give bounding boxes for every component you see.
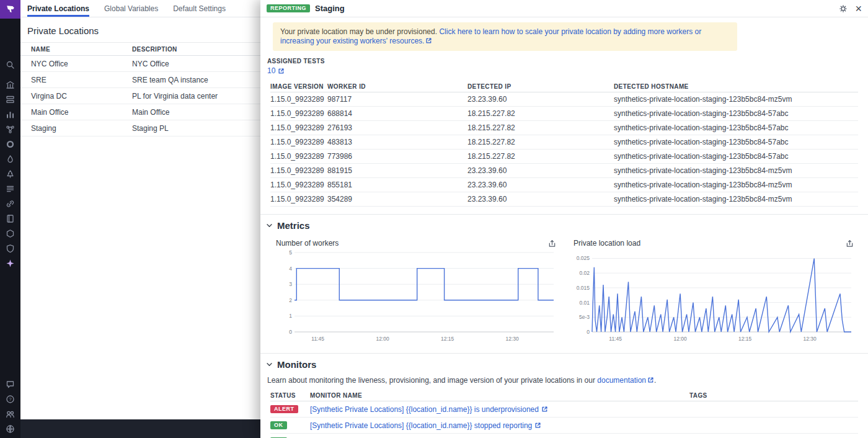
- assigned-tests-count: 10: [267, 66, 275, 75]
- monitor-status-badge: ALERT: [270, 405, 298, 414]
- detected-ip-cell: 18.215.227.82: [467, 109, 614, 118]
- synthetics-icon[interactable]: [0, 256, 20, 270]
- detected-hostname-cell: synthetics-private-location-staging-123b…: [614, 123, 858, 132]
- svg-text:5: 5: [289, 249, 292, 256]
- monitor-row: ALERT[Synthetic Private Locations] {{loc…: [270, 401, 858, 418]
- monitors-title: Monitors: [277, 359, 316, 370]
- monitor-name: [Synthetic Private Locations] {{location…: [310, 405, 539, 414]
- svg-text:?: ?: [9, 396, 12, 402]
- security-icon[interactable]: [0, 226, 20, 241]
- datadog-logo-icon[interactable]: [0, 0, 20, 19]
- svg-text:4: 4: [289, 266, 292, 272]
- location-row[interactable]: SRESRE team QA instance: [20, 72, 260, 88]
- external-link-icon: [278, 68, 285, 74]
- region-icon[interactable]: [0, 421, 20, 436]
- description-cell: Staging PL: [132, 124, 169, 133]
- workers-chart: Number of workers 01234511:4512:0012:151…: [276, 239, 556, 346]
- close-icon[interactable]: ×: [855, 3, 862, 14]
- monitors-description-period: .: [654, 376, 656, 385]
- monitor-name: [Synthetic Private Locations] {{location…: [310, 421, 532, 430]
- load-chart-plot[interactable]: 05e-30.010.0150.020.02511:4512:0012:1512…: [574, 249, 854, 346]
- location-row[interactable]: StagingStaging PL: [20, 120, 260, 136]
- infrastructure-icon[interactable]: [0, 77, 20, 92]
- svg-text:1: 1: [289, 313, 292, 319]
- documentation-link[interactable]: documentation: [597, 376, 646, 385]
- host-list-icon[interactable]: [0, 92, 20, 107]
- underprovisioned-warning-banner: Your private location may be under provi…: [273, 22, 737, 51]
- export-icon[interactable]: [846, 239, 854, 248]
- metrics-icon[interactable]: [0, 107, 20, 122]
- monitor-row: OK[Synthetic Private Locations] {{locati…: [270, 418, 858, 434]
- image-version-cell: 1.15.0_9923289: [270, 195, 327, 203]
- integrations-icon[interactable]: [0, 196, 20, 211]
- monitors-section-toggle[interactable]: Monitors: [260, 354, 868, 370]
- name-cell: Staging: [20, 124, 132, 133]
- monitor-status-badge: OK: [270, 421, 287, 430]
- detected-ip-cell: 23.23.39.60: [467, 95, 614, 104]
- users-icon[interactable]: [0, 406, 20, 421]
- svg-text:12:15: 12:15: [738, 336, 752, 342]
- worker-row: 1.15.0_992328948381318.215.227.82synthet…: [270, 135, 858, 150]
- external-link-icon[interactable]: [425, 37, 432, 44]
- worker-id-cell: 276193: [327, 123, 467, 132]
- monitor-link[interactable]: [Synthetic Private Locations] {{location…: [310, 421, 541, 430]
- location-row[interactable]: Virgina DCPL for Virginia data center: [20, 88, 260, 104]
- tab-private-locations[interactable]: Private Locations: [27, 0, 89, 17]
- svg-text:11:45: 11:45: [311, 336, 324, 342]
- image-version-cell: 1.15.0_9923289: [270, 138, 327, 146]
- chat-icon[interactable]: [0, 377, 20, 391]
- search-icon[interactable]: [0, 57, 20, 72]
- app-sidebar: ?: [0, 0, 20, 438]
- help-icon[interactable]: ?: [0, 391, 20, 406]
- svg-text:12:00: 12:00: [673, 336, 687, 342]
- compliance-icon[interactable]: [0, 241, 20, 256]
- tab-global-variables[interactable]: Global Variables: [104, 0, 158, 17]
- footer-bar: [20, 419, 260, 438]
- profiling-icon[interactable]: [0, 151, 20, 166]
- worker-id-cell: 987117: [327, 95, 467, 104]
- logs-icon[interactable]: [0, 181, 20, 196]
- location-row[interactable]: Main OfficeMain Office: [20, 104, 260, 120]
- chart-title: Private location load: [574, 239, 640, 248]
- detected-hostname-cell: synthetics-private-location-staging-123b…: [614, 195, 858, 203]
- svg-text:0.025: 0.025: [577, 255, 590, 261]
- svg-text:11:45: 11:45: [609, 336, 622, 342]
- workers-chart-plot[interactable]: 01234511:4512:0012:1512:30: [276, 249, 556, 346]
- column-header-monitor-name: MONITOR NAME: [310, 392, 689, 399]
- worker-id-cell: 688814: [327, 109, 467, 118]
- detected-hostname-cell: synthetics-private-location-staging-123b…: [614, 95, 858, 104]
- detected-ip-cell: 18.215.227.82: [467, 138, 614, 146]
- metrics-section-toggle[interactable]: Metrics: [260, 215, 868, 231]
- svg-text:3: 3: [289, 281, 292, 287]
- external-link-icon[interactable]: [647, 377, 654, 383]
- name-cell: SRE: [20, 76, 132, 84]
- column-header-description: DESCRIPTION: [132, 46, 177, 53]
- worker-row: 1.15.0_992328977398618.215.227.82synthet…: [270, 150, 858, 164]
- export-icon[interactable]: [548, 239, 556, 248]
- monitor-row: OK[Synthetic Private Locations] {{locati…: [270, 434, 858, 438]
- svg-text:12:30: 12:30: [803, 336, 817, 342]
- image-version-cell: 1.15.0_9923289: [270, 166, 327, 175]
- svg-text:0: 0: [289, 329, 292, 335]
- locations-table-header: NAME DESCRIPTION: [20, 42, 260, 56]
- notebooks-icon[interactable]: [0, 211, 20, 226]
- network-map-icon[interactable]: [0, 122, 20, 136]
- monitor-link[interactable]: [Synthetic Private Locations] {{location…: [310, 405, 548, 414]
- location-row[interactable]: NYC OfficeNYC Office: [20, 56, 260, 72]
- worker-id-cell: 773986: [327, 152, 467, 161]
- apm-icon[interactable]: [0, 136, 20, 151]
- monitors-table-header: STATUS MONITOR NAME TAGS: [270, 390, 858, 401]
- column-header-worker-id: WORKER ID: [327, 83, 467, 90]
- worker-id-cell: 483813: [327, 138, 467, 146]
- svg-text:0.015: 0.015: [577, 285, 590, 291]
- monitors-description-text: Learn about monitoring the liveness, pro…: [267, 376, 597, 385]
- tab-default-settings[interactable]: Default Settings: [173, 0, 226, 17]
- gear-icon[interactable]: [839, 4, 848, 13]
- image-version-cell: 1.15.0_9923289: [270, 123, 327, 132]
- column-header-image-version: IMAGE VERSION: [270, 83, 327, 90]
- worker-id-cell: 354289: [327, 195, 467, 203]
- worker-row: 1.15.0_992328998711723.23.39.60synthetic…: [270, 92, 858, 107]
- assigned-tests-count-link[interactable]: 10: [267, 66, 868, 75]
- watchdog-icon[interactable]: [0, 166, 20, 181]
- column-header-detected-hostname: DETECTED HOSTNAME: [614, 83, 858, 90]
